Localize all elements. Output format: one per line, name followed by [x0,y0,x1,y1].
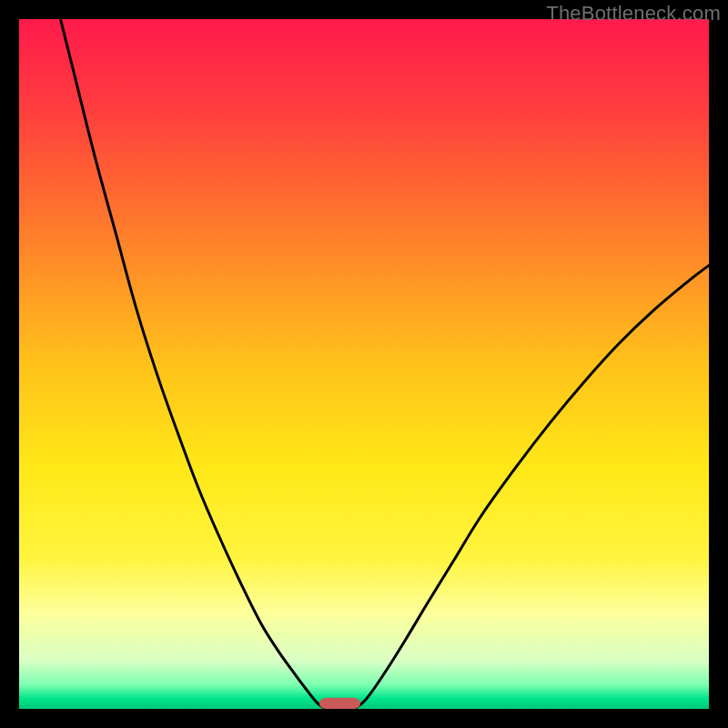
sweet-spot-marker [319,698,360,709]
chart-frame [19,19,709,709]
watermark-text: TheBottleneck.com [546,2,721,25]
gradient-background [19,19,709,709]
bottleneck-chart [19,19,709,709]
